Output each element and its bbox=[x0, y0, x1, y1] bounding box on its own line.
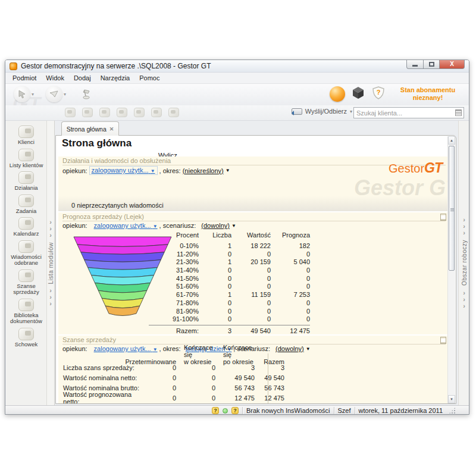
forecast-cell: 0 bbox=[231, 283, 271, 291]
sidebar-item-label: Zadania bbox=[16, 208, 36, 215]
scroll-up-button[interactable]: ▲ bbox=[448, 136, 455, 145]
chevron-right-icon: › bbox=[463, 290, 465, 296]
chances-cell: 0 bbox=[176, 384, 215, 392]
report-icon[interactable] bbox=[440, 214, 446, 221]
caretaker-dropdown[interactable]: zalogowany użytk... ▼ bbox=[94, 222, 158, 229]
select-tool-button[interactable] bbox=[14, 86, 30, 102]
chances-cell: 56 743 bbox=[215, 384, 255, 392]
forecast-cell: 0 bbox=[199, 267, 231, 275]
workspace-panel: Strona główna Wylicz Działania i wiadomo… bbox=[55, 135, 456, 404]
tab-strona-glowna[interactable]: Strona główna ✕ bbox=[61, 121, 119, 136]
sidebar-item-biblioteka-dokument-w[interactable]: Biblioteka dokumentów bbox=[7, 299, 45, 325]
sidebar-item-schowek[interactable]: Schowek bbox=[15, 328, 38, 348]
sidebar-item-label: Wiadomości odebrane bbox=[7, 254, 45, 267]
tab-close-icon[interactable]: ✕ bbox=[109, 126, 114, 132]
caretaker-dropdown[interactable]: zalogowany użytk... ▼ bbox=[89, 166, 158, 175]
stamp-icon[interactable] bbox=[65, 108, 76, 117]
share-icon[interactable] bbox=[151, 108, 162, 117]
page-title: Strona główna bbox=[62, 137, 131, 149]
module-strip-label: Lista modułów bbox=[48, 242, 54, 284]
module-strip-chevrons-top: ››› bbox=[49, 219, 52, 239]
dropdown-arrow-icon: ▼ bbox=[306, 346, 311, 352]
point-hand-icon[interactable] bbox=[99, 108, 110, 117]
search-list-icon[interactable] bbox=[455, 109, 462, 116]
disabled-tool-icons bbox=[65, 108, 179, 117]
edit-note-icon[interactable] bbox=[117, 108, 127, 117]
period-dropdown[interactable]: (nieokreślony) bbox=[183, 167, 224, 174]
report-icon[interactable] bbox=[440, 337, 446, 344]
menu-item-podmiot[interactable]: Podmiot bbox=[8, 73, 41, 83]
statusbar-separator bbox=[242, 407, 243, 414]
scrollbar-thumb[interactable] bbox=[449, 146, 455, 271]
chances-cell: 0 bbox=[176, 364, 215, 371]
sidebar-item-szanse-sprzeda-y[interactable]: Szanse sprzedaży bbox=[7, 270, 45, 296]
statusbar-user: Szef bbox=[338, 407, 351, 414]
workspace-strip[interactable]: ››› Obszar roboczy ››› bbox=[458, 121, 469, 405]
client-search-input[interactable] bbox=[354, 109, 455, 117]
close-button[interactable]: X bbox=[440, 60, 465, 69]
forecast-cell: 18 222 bbox=[231, 242, 271, 250]
inbox-icon bbox=[18, 240, 34, 253]
send-receive-label: Wyślij/Odbierz bbox=[305, 108, 347, 115]
forecast-cell: 0 bbox=[271, 315, 310, 324]
unread-messages: 0 nieprzeczytanych wiadomości bbox=[71, 202, 164, 209]
chances-cell: 0 bbox=[149, 364, 176, 371]
sidebar-item-label: Działania bbox=[14, 185, 37, 192]
forecast-col-header: Procent bbox=[149, 231, 199, 242]
insmail-status-icon[interactable]: ? bbox=[231, 407, 239, 414]
home-watermark: Gestor GT bbox=[354, 176, 448, 201]
calendar-icon bbox=[18, 217, 34, 230]
maximize-button[interactable] bbox=[424, 60, 440, 69]
send-receive-button[interactable]: Wyślij/Odbierz ▾ bbox=[292, 108, 352, 115]
sidebar-item-label: Schowek bbox=[15, 342, 38, 348]
desktop: Gestor demonstracyjny na serwerze .\SQL2… bbox=[0, 0, 476, 476]
vertical-scrollbar[interactable]: ▲ ▼ bbox=[447, 136, 455, 403]
forecast-cell: 0 bbox=[231, 275, 271, 283]
sidebar-item-kalendarz[interactable]: Kalendarz bbox=[14, 217, 39, 237]
help-icon[interactable]: ? bbox=[212, 407, 219, 414]
send-tool-dropdown-icon[interactable]: ▾ bbox=[64, 92, 66, 97]
subscription-status-line1: Stan abonamentu bbox=[392, 86, 464, 94]
forecast-cell: 182 bbox=[271, 242, 310, 250]
scenario-dropdown[interactable]: (dowolny) bbox=[201, 222, 230, 229]
subscription-status[interactable]: Stan abonamentu nieznany! bbox=[392, 86, 464, 102]
menu-item-pomoc[interactable]: Pomoc bbox=[134, 73, 164, 83]
select-tool-dropdown-icon[interactable]: ▾ bbox=[32, 92, 34, 97]
forecast-cell: 0 bbox=[231, 299, 271, 308]
sales-chances-icon bbox=[18, 270, 34, 282]
chances-cell: 0 bbox=[149, 384, 176, 392]
module-list-strip[interactable]: ››› Lista modułów ››› bbox=[46, 121, 55, 405]
sidebar-item-zadania[interactable]: Zadania bbox=[16, 195, 36, 215]
shield-question-icon[interactable]: ? bbox=[371, 86, 386, 102]
clipboard-icon bbox=[18, 328, 34, 340]
forecast-filter-row: opiekun: zalogowany użytk... ▼ , scenari… bbox=[62, 222, 236, 229]
activities-icon bbox=[18, 171, 34, 184]
sidebar-item-listy-klient-w[interactable]: Listy klientów bbox=[10, 149, 43, 169]
menu-item-widok[interactable]: Widok bbox=[41, 73, 69, 83]
minimize-button[interactable] bbox=[406, 60, 424, 69]
card-icon[interactable] bbox=[168, 108, 179, 117]
flag-button[interactable] bbox=[78, 86, 95, 102]
insert-sphere-icon[interactable] bbox=[330, 86, 345, 102]
cube-icon[interactable] bbox=[351, 86, 365, 102]
window-title: Gestor demonstracyjny na serwerze .\SQL2… bbox=[21, 62, 211, 70]
menu-item-narz-dzia[interactable]: Narzędzia bbox=[96, 73, 135, 83]
sidebar-item-klienci[interactable]: Klienci bbox=[18, 126, 35, 146]
title-bar[interactable]: Gestor demonstracyjny na serwerze .\SQL2… bbox=[5, 60, 469, 73]
forecast-total-cell: 49 540 bbox=[231, 327, 271, 334]
sidebar-item-label: Kalendarz bbox=[14, 231, 39, 237]
sidebar-item-dzia-ania[interactable]: Działania bbox=[14, 171, 37, 192]
subscription-area: ? Stan abonamentu nieznany! bbox=[330, 86, 464, 102]
menu-item-dodaj[interactable]: Dodaj bbox=[69, 73, 96, 83]
chances-cell: 0 bbox=[149, 374, 176, 381]
check-note-icon[interactable] bbox=[134, 108, 145, 117]
resize-grip-icon[interactable] bbox=[449, 407, 456, 414]
forecast-table: ProcentLiczbaWartośćPrognoza0-10%118 222… bbox=[149, 231, 310, 334]
sidebar-item-wiadomo-ci-odebrane[interactable]: Wiadomości odebrane bbox=[7, 240, 45, 267]
send-tool-button[interactable] bbox=[46, 86, 62, 102]
contact-icon[interactable] bbox=[82, 108, 93, 117]
chances-cell: 12 475 bbox=[255, 394, 293, 402]
scroll-down-button[interactable]: ▼ bbox=[448, 395, 455, 403]
sidebar-item-label: Szanse sprzedaży bbox=[7, 283, 45, 296]
forecast-cell: 5 040 bbox=[271, 258, 310, 267]
